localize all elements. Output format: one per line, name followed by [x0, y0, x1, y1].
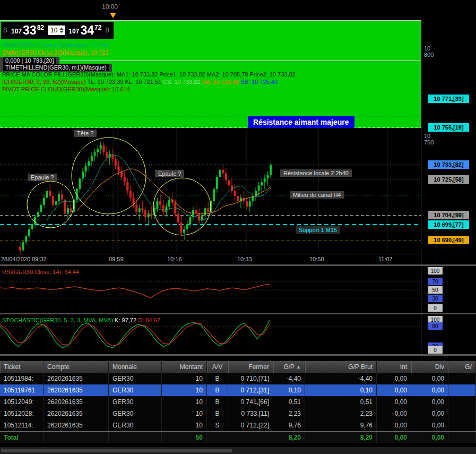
table-cell: 0,00 — [411, 408, 448, 419]
table-cell: GER30 — [109, 408, 162, 419]
scale-label: 100 — [428, 267, 443, 275]
table-cell: 0,00 — [411, 373, 448, 384]
time-label: 11:07 — [378, 256, 393, 262]
price-badge: 10 690,[49] — [428, 236, 469, 244]
column-header[interactable]: G/P▲ — [273, 361, 305, 373]
table-cell — [448, 419, 476, 431]
table-cell: 2620261635 — [44, 384, 109, 396]
time-label: 10:33 — [237, 256, 252, 262]
table-row[interactable]: 10512114:2620261635GER3010S0 712,[22]9,7… — [0, 419, 476, 431]
table-cell: B — [207, 408, 228, 419]
table-cell: 8,20 — [273, 432, 305, 443]
orders-table: TicketCompteMonnaieMontantA/VFermerG/P▲G… — [0, 361, 476, 443]
table-cell: 0,00 — [377, 419, 411, 431]
table-row[interactable]: 10511984:2620261635GER3010B0 710,[71]-4,… — [0, 373, 476, 384]
indicator-readout: 0,000 | 10 793,[20] — [0, 57, 59, 65]
column-header[interactable]: Ticket — [0, 361, 44, 373]
table-row[interactable]: 1051197612620261635GER3010B0 712,[31]0,1… — [0, 384, 476, 396]
time-marker-label: 10:00 — [102, 3, 118, 11]
indicator-text: PRICE MA COLOR FILL(GER30)(Masque): MA1:… — [2, 71, 296, 78]
table-cell: 10512049: — [0, 396, 44, 408]
ask-prefix: 107 — [68, 28, 79, 37]
table-cell: 0,10 — [273, 384, 305, 396]
table-cell: 0,00 — [377, 384, 411, 396]
table-row[interactable]: 10512049:2620261635GER3010B0 741,[66]0,5… — [0, 396, 476, 408]
indicator-text: PIVOT-PRICE CLOUD(GER30)(Masque): 10 614 — [2, 86, 130, 92]
scale-label: 70 — [428, 278, 443, 285]
table-cell: GER30 — [109, 384, 162, 396]
time-label: 10:16 — [167, 256, 182, 262]
annotation-label: Epaule ? — [28, 174, 57, 181]
column-header[interactable]: Montant — [162, 361, 207, 373]
column-header[interactable]: G/P Brut — [305, 361, 377, 373]
table-cell: 0 710,[71] — [228, 373, 273, 384]
scale-label: 30 — [428, 295, 443, 302]
table-cell: 0,00 — [411, 419, 448, 431]
bid-prefix: 107 — [11, 28, 22, 37]
scale-label: 80 — [428, 322, 443, 330]
candles — [19, 142, 272, 254]
table-cell: 10 — [162, 396, 207, 408]
table-cell: S — [207, 419, 228, 431]
buy-label: B — [105, 27, 109, 34]
stochastic-label: STOCHASTIC(GER30, 5, 3, 3, MVA, MVA) K: … — [2, 317, 160, 323]
rsi-plot — [0, 281, 421, 298]
table-cell: B — [207, 373, 228, 384]
panel-splitter[interactable] — [0, 264, 476, 266]
resistance-banner: Résistance aimant majeure — [248, 116, 354, 128]
time-label: 09:59 — [109, 256, 124, 262]
column-header[interactable]: Compte — [44, 361, 109, 373]
sell-button[interactable]: 107 33 82 — [11, 24, 44, 37]
table-cell: 10 — [162, 408, 207, 419]
table-total-row[interactable]: Total508,208,200,000,00 — [0, 431, 476, 443]
column-header[interactable]: Fermer — [228, 361, 273, 373]
amount-spinner[interactable]: 10 — [48, 25, 65, 35]
scale-label: 0 — [428, 304, 443, 312]
table-cell: GER30 — [109, 373, 162, 384]
column-header[interactable]: Div — [411, 361, 448, 373]
table-cell: B — [207, 396, 228, 408]
trading-terminal: 10:00 S 107 33 82 10 107 34 72 B EMA(GER… — [0, 0, 476, 454]
table-cell: 10 — [162, 373, 207, 384]
axis-label: 10 750 — [424, 133, 434, 145]
indicator-readout: PIVOT-PRICE CLOUD(GER30)(Masque): 10 614 — [2, 86, 130, 93]
table-cell: 0,00 — [377, 408, 411, 419]
table-cell: 2,23 — [305, 408, 377, 419]
spinner-arrows-icon[interactable] — [59, 28, 64, 33]
indicator-text: 0,000 | 10 793,[20] — [3, 57, 56, 64]
column-header[interactable]: Int — [377, 361, 411, 373]
table-cell: 0,00 — [377, 373, 411, 384]
table-cell: 2620261635 — [44, 396, 109, 408]
table-cell: 2620261635 — [44, 408, 109, 419]
table-cell: 0,00 — [411, 384, 448, 396]
column-header[interactable]: G/ — [448, 361, 476, 373]
table-cell: Total — [0, 432, 44, 443]
column-header[interactable]: A/V — [207, 361, 228, 373]
table-cell: 10511984: — [0, 373, 44, 384]
annotation-label: Tête ? — [74, 130, 97, 137]
panel-splitter[interactable] — [0, 354, 476, 356]
sort-indicator-icon: ▲ — [296, 364, 301, 370]
panel-splitter[interactable] — [0, 313, 476, 314]
annotation-label: Epaule ? — [155, 170, 184, 177]
annotation-label: Support 1 M15 — [296, 226, 340, 234]
table-cell — [448, 408, 476, 419]
price-badge: 10 704,[99] — [428, 211, 469, 219]
time-label: 10:50 — [309, 256, 324, 262]
table-cell: 0,00 — [411, 432, 448, 443]
table-cell: 0,00 — [377, 396, 411, 408]
table-cell — [448, 432, 476, 443]
table-cell: 105119761 — [0, 384, 44, 396]
column-header[interactable]: Monnaie — [109, 361, 162, 373]
buy-button[interactable]: 107 34 72 — [68, 24, 101, 37]
table-cell: 9,76 — [273, 419, 305, 431]
table-cell — [44, 432, 109, 443]
table-cell: 10512028: — [0, 408, 44, 419]
indicator-readout: EMA(GER30,Close,10)(Masque): 10 706 — [2, 42, 108, 49]
table-cell — [448, 396, 476, 408]
scrollbar-thumb[interactable] — [1, 449, 232, 452]
table-row[interactable]: 10512028:2620261635GER3010B0 733,[11]2,2… — [0, 408, 476, 419]
horizontal-scrollbar[interactable] — [0, 447, 476, 454]
indicator-text: SA: 10 722,45 — [202, 79, 241, 85]
table-cell: 2620261635 — [44, 373, 109, 384]
